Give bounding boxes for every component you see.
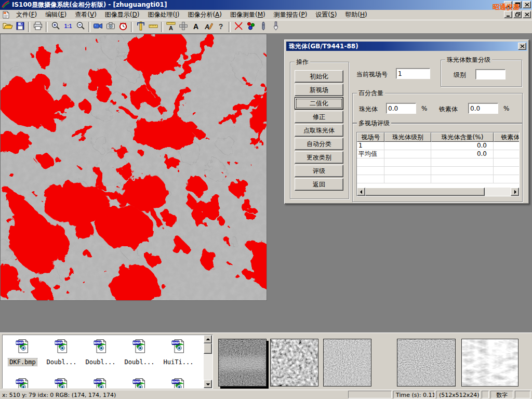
text-button[interactable]: A xyxy=(190,21,202,33)
op-button-1[interactable]: 初始化 xyxy=(295,70,343,83)
close-button[interactable] xyxy=(523,1,531,8)
scroll-right-button[interactable] xyxy=(511,188,519,196)
help-button[interactable]: ? xyxy=(215,21,227,33)
mdi-close-button[interactable] xyxy=(523,11,531,18)
menu-item-s[interactable]: 设置(S) xyxy=(311,10,341,20)
timer-button[interactable] xyxy=(117,21,129,33)
thumbnail-4[interactable] xyxy=(397,339,456,387)
menu-item-a[interactable]: 图像分析(A) xyxy=(183,10,226,20)
table-column-header[interactable]: 珠光体级别 xyxy=(384,132,431,142)
file-item[interactable]: BMPDoubl... xyxy=(120,338,159,366)
dropper-button[interactable] xyxy=(257,21,270,33)
brush-button[interactable] xyxy=(270,21,282,33)
svg-text:A: A xyxy=(193,22,198,31)
table-row[interactable] xyxy=(357,175,519,183)
pearlite-percent-input[interactable] xyxy=(386,103,416,114)
file-item[interactable]: BMP xyxy=(3,377,42,389)
table-row[interactable]: 平均值0.0 xyxy=(357,150,519,158)
table-cell: 平均值 xyxy=(357,150,384,158)
measure-text-button[interactable]: A xyxy=(165,21,177,33)
menu-bar: 文件(F)编辑(E)查看(V)图像显示(D)图像处理(I)图像分析(A)图像测量… xyxy=(0,10,532,20)
scroll-left-button[interactable] xyxy=(357,188,365,196)
document-icon[interactable] xyxy=(2,11,10,19)
scroll-down-button[interactable] xyxy=(204,380,212,388)
dialog-title-bar[interactable]: 珠光体(GB/T9441-88) xyxy=(286,42,527,51)
svg-text:BMP: BMP xyxy=(94,341,102,344)
thumbnail-1[interactable] xyxy=(218,339,267,387)
save-button[interactable] xyxy=(14,21,26,33)
actual-size-button[interactable]: 1:1 xyxy=(62,21,74,33)
scroll-up-button[interactable] xyxy=(204,335,212,343)
minimize-button[interactable] xyxy=(504,1,512,8)
grid-button[interactable] xyxy=(177,21,190,33)
thumbnail-3[interactable] xyxy=(323,339,371,387)
file-item[interactable]: BMP xyxy=(159,377,198,389)
op-button-4[interactable]: 修正 xyxy=(295,111,343,123)
mdi-restore-button[interactable] xyxy=(513,11,522,18)
thumbnail-5[interactable] xyxy=(461,339,518,387)
menu-item-h[interactable]: 帮助(H) xyxy=(341,10,371,20)
thumbnail-2[interactable] xyxy=(270,339,318,387)
minimize-button-glyph xyxy=(506,2,511,8)
text-edit-button[interactable]: A xyxy=(202,21,215,33)
menu-item-d[interactable]: 图像显示(D) xyxy=(101,10,144,20)
camera-button[interactable] xyxy=(104,21,117,33)
menu-item-f[interactable]: 文件(F) xyxy=(12,10,41,20)
file-item[interactable]: BMPDoubl... xyxy=(81,338,120,366)
scrollbar-thumb[interactable] xyxy=(365,188,485,196)
menu-item-v[interactable]: 查看(V) xyxy=(71,10,101,20)
file-list-vscrollbar[interactable] xyxy=(204,335,212,388)
menu-item-p[interactable]: 测量报告(P) xyxy=(270,10,312,20)
table-row[interactable]: 10.0 xyxy=(357,142,519,150)
bmp-file-icon: BMP xyxy=(93,338,109,355)
zoom-in-button[interactable] xyxy=(49,21,62,33)
print-button[interactable] xyxy=(32,21,44,33)
dialog-close-button[interactable] xyxy=(518,43,526,50)
menu-item-e[interactable]: 编辑(E) xyxy=(41,10,71,20)
op-button-9[interactable]: 返回 xyxy=(295,178,343,191)
grading-group-label: 珠光体数量分级 xyxy=(445,56,492,63)
zoom-in-icon xyxy=(50,21,61,33)
file-item[interactable]: BMP xyxy=(42,377,81,389)
op-button-8[interactable]: 评级 xyxy=(295,165,343,177)
table-cell xyxy=(494,142,520,150)
table-column-header[interactable]: 铁素体含量(%) xyxy=(494,132,520,142)
ferrite-percent-input[interactable] xyxy=(468,103,498,114)
mdi-minimize-button[interactable] xyxy=(504,11,512,18)
file-item[interactable]: BMPDoubl... xyxy=(42,338,81,366)
ruler-button[interactable] xyxy=(147,21,159,33)
menu-item-m[interactable]: 图像测量(M) xyxy=(226,10,270,20)
file-item[interactable]: BMP xyxy=(120,377,159,389)
curve-tool-button[interactable] xyxy=(232,21,245,33)
table-column-header[interactable]: 视场号 xyxy=(357,132,384,142)
op-button-7[interactable]: 更改类别 xyxy=(295,151,343,164)
file-item[interactable]: BMP xyxy=(81,377,120,389)
open-folder-button[interactable] xyxy=(2,21,14,33)
scrollbar-thumb[interactable] xyxy=(204,343,212,354)
app-logo-icon xyxy=(2,1,10,10)
table-hscrollbar[interactable] xyxy=(357,188,519,196)
table-row[interactable] xyxy=(357,158,519,167)
metallographic-image[interactable] xyxy=(1,34,267,300)
maximize-button[interactable] xyxy=(513,1,522,8)
bmp-file-icon: BMP xyxy=(132,338,148,355)
open-folder-icon xyxy=(3,21,13,33)
file-item[interactable]: BMPHuiTi... xyxy=(159,338,198,366)
color-dots-button[interactable] xyxy=(245,21,257,33)
table-cell xyxy=(384,167,431,175)
menu-item-i[interactable]: 图像处理(I) xyxy=(143,10,183,20)
op-button-6[interactable]: 自动分类 xyxy=(295,138,343,150)
caliper-button[interactable] xyxy=(135,21,147,33)
file-item[interactable]: BMPDKF.bmp xyxy=(3,338,42,366)
grade-input[interactable] xyxy=(475,69,506,79)
svg-text:BMP: BMP xyxy=(132,341,141,344)
op-button-2[interactable]: 新视场 xyxy=(295,84,343,96)
op-button-5[interactable]: 点取珠光体 xyxy=(295,124,343,137)
current-field-input[interactable] xyxy=(396,68,430,79)
zoom-out-button[interactable] xyxy=(74,21,87,33)
table-row[interactable] xyxy=(357,167,519,175)
file-name: Doubl... xyxy=(46,358,78,366)
table-column-header[interactable]: 珠光体含量(%) xyxy=(431,132,494,142)
video-camera-button[interactable] xyxy=(92,21,104,33)
op-button-3[interactable]: 二值化 xyxy=(295,97,343,110)
